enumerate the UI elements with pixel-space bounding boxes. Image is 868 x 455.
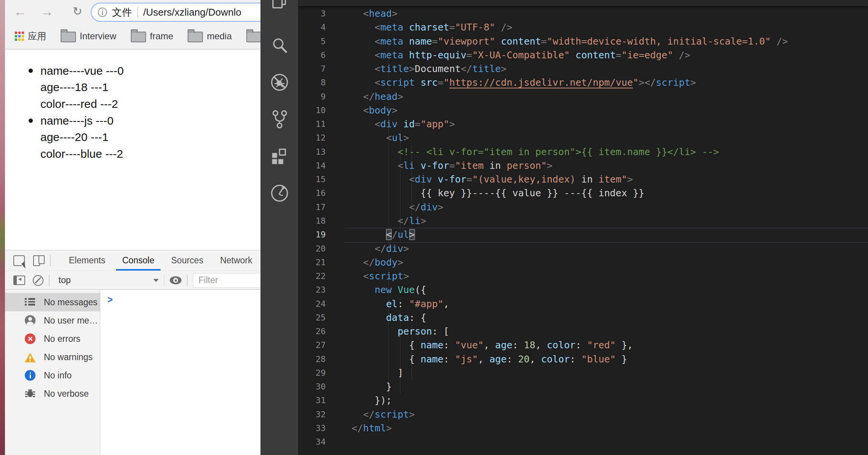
desktop-wallpaper [0, 0, 5, 455]
search-icon[interactable] [269, 35, 290, 56]
console-sidebar: No messagesNo user me…No errorsNo warnin… [5, 290, 100, 455]
code-line-11[interactable]: <div id="app"> [352, 117, 788, 131]
forward-button[interactable]: → [39, 3, 55, 20]
code-line-27[interactable]: { name: "vue", age: 18, color: "red" }, [352, 338, 788, 352]
list-icon [25, 297, 35, 308]
console-filter-row[interactable]: No warnings [5, 348, 100, 366]
bookmark-label: Interview [80, 31, 116, 42]
bookmark-item[interactable]: frame [131, 30, 173, 42]
code-line-20[interactable]: </div> [352, 242, 788, 256]
console-filter-row[interactable]: No messages [5, 293, 100, 311]
list-item-line: age----18 ---1 [29, 79, 124, 96]
url-divider [137, 7, 138, 18]
code-line-9[interactable]: </head> [352, 90, 788, 104]
list-item-line: name----vue ---0 [29, 62, 124, 79]
console-filter-row[interactable]: No errors [5, 330, 100, 348]
source-control-icon[interactable] [269, 109, 290, 129]
screen: ← → ↻ ⓘ 文件 /Users/xzliang/Downlo 应用Inter… [0, 0, 868, 455]
code-line-7[interactable]: <title>Document</title> [352, 62, 788, 76]
code-line-31[interactable]: }); [352, 394, 788, 407]
bookmark-item[interactable]: 应用 [15, 30, 46, 42]
url-bar[interactable]: ⓘ 文件 /Users/xzliang/Downlo [91, 3, 260, 22]
back-button[interactable]: ← [12, 3, 29, 20]
console-filter-label: No info [44, 370, 72, 381]
inspect-element-icon[interactable] [13, 255, 25, 266]
url-text[interactable]: /Users/xzliang/Downlo [143, 6, 241, 18]
list-item-line: color----red ---2 [29, 96, 124, 112]
code-line-22[interactable]: <script> [352, 269, 788, 283]
list-item-line: color----blue ---2 [29, 146, 124, 162]
context-selector-label: top [59, 275, 71, 285]
bookmark-item[interactable] [246, 30, 260, 42]
code-line-13[interactable]: <!-- <li v-for="item in person">{{ item.… [352, 145, 788, 159]
code-line-19[interactable]: </ul> [352, 228, 788, 242]
plugin-circle-icon[interactable] [269, 183, 290, 203]
console-filter-row[interactable]: No user me… [5, 311, 100, 330]
bullet-icon [29, 69, 33, 73]
code-line-29[interactable]: ] [352, 366, 788, 380]
code-line-14[interactable]: <li v-for="item in person"> [352, 159, 788, 173]
extensions-icon[interactable] [269, 146, 290, 167]
code-line-8[interactable]: <script src="https://cdn.jsdelivr.net/np… [352, 76, 788, 90]
device-toolbar-icon[interactable] [33, 255, 45, 266]
console-output-area[interactable]: > [100, 290, 260, 455]
console-toolbar: top [5, 271, 260, 290]
code-line-30[interactable]: } [352, 380, 788, 394]
console-filter-row[interactable]: No verbose [5, 385, 100, 403]
code-line-15[interactable]: <div v-for="(value,key,index) in item"> [352, 173, 788, 186]
code-line-3[interactable]: <head> [352, 7, 788, 21]
code-line-17[interactable]: </div> [352, 200, 788, 214]
console-filter-label: No verbose [44, 389, 89, 399]
folder-icon [246, 32, 260, 42]
error-icon [25, 333, 35, 344]
bullet-icon [29, 119, 33, 123]
warning-icon [25, 353, 35, 362]
debug-disabled-icon[interactable] [269, 72, 290, 93]
live-expression-eye-icon[interactable] [170, 276, 182, 284]
editor-tabbar-edge [298, 0, 868, 6]
console-filter-row[interactable]: No info [5, 366, 100, 385]
browser-toolbar: ← → ↻ ⓘ 文件 /Users/xzliang/Downlo 应用Inter… [5, 0, 260, 50]
devtools-panel: ElementsConsoleSourcesNetwork top No mes… [5, 250, 260, 455]
code-line-23[interactable]: new Vue({ [352, 283, 788, 297]
console-prompt-icon[interactable]: > [108, 294, 113, 306]
code-line-26[interactable]: person: [ [352, 325, 788, 338]
console-sidebar-toggle-icon[interactable] [13, 276, 25, 285]
code-line-21[interactable]: </body> [352, 256, 788, 269]
code-line-28[interactable]: { name: "js", age: 20, color: "blue" } [352, 352, 788, 366]
code-line-33[interactable]: </html> [352, 421, 788, 435]
code-line-5[interactable]: <meta name="viewport" content="width=dev… [352, 35, 788, 48]
page-content: name----vue ---0age----18 ---1color----r… [5, 50, 260, 250]
code-line-6[interactable]: <meta http-equiv="X-UA-Compatible" conte… [352, 48, 788, 62]
browser-window: ← → ↻ ⓘ 文件 /Users/xzliang/Downlo 应用Inter… [5, 0, 260, 455]
code-line-10[interactable]: <body> [352, 104, 788, 117]
files-icon[interactable] [269, 0, 290, 11]
code-line-32[interactable]: </script> [352, 408, 788, 421]
console-filter-label: No errors [44, 334, 80, 344]
clear-console-icon[interactable] [33, 275, 43, 286]
devtools-tab-network[interactable]: Network [212, 250, 260, 271]
folder-icon [131, 32, 146, 42]
code-line-12[interactable]: <ul> [352, 131, 788, 145]
bookmark-item[interactable]: Interview [61, 30, 116, 42]
console-body: No messagesNo user me…No errorsNo warnin… [5, 290, 260, 455]
page-info-icon[interactable]: ⓘ [98, 6, 107, 19]
code-line-34[interactable] [352, 435, 788, 449]
folder-icon [61, 32, 76, 42]
reload-button[interactable]: ↻ [69, 3, 86, 20]
verbose-icon [25, 388, 35, 399]
devtools-tab-elements[interactable]: Elements [61, 250, 114, 271]
devtools-tab-sources[interactable]: Sources [163, 250, 212, 271]
code-line-18[interactable]: </li> [352, 214, 788, 228]
code-line-4[interactable]: <meta charset="UTF-8" /> [352, 21, 788, 34]
code-lines[interactable]: <head> <meta charset="UTF-8" /> <meta na… [352, 7, 788, 449]
console-filter-input[interactable] [193, 273, 261, 288]
context-selector[interactable]: top [59, 275, 159, 285]
devtools-tab-console[interactable]: Console [114, 250, 162, 271]
code-line-25[interactable]: data: { [352, 311, 788, 325]
console-filter-label: No messages [44, 297, 98, 308]
code-line-24[interactable]: el: "#app", [352, 297, 788, 311]
code-editor[interactable]: 3456789101112131415161718192021222324252… [298, 0, 868, 455]
bookmark-item[interactable]: media [188, 30, 231, 42]
code-line-16[interactable]: {{ key }}----{{ value }} ---{{ index }} [352, 186, 788, 200]
